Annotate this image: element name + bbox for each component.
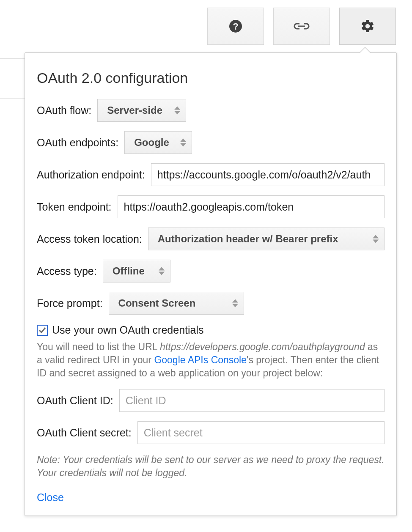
link-icon xyxy=(292,21,311,31)
svg-text:?: ? xyxy=(233,21,239,32)
client-id-row: OAuth Client ID: xyxy=(37,389,385,412)
divider xyxy=(0,98,25,99)
select-value: Consent Screen xyxy=(118,297,196,309)
token-endpoint-input[interactable] xyxy=(118,195,385,218)
use-own-credentials-row: Use your own OAuth credentials xyxy=(37,324,385,336)
token-endpoint-row: Token endpoint: xyxy=(37,195,385,218)
google-apis-console-link[interactable]: Google APIs Console xyxy=(154,354,247,365)
oauth-flow-select[interactable]: Server-side xyxy=(97,99,186,122)
divider xyxy=(0,58,25,59)
oauth-config-panel: OAuth 2.0 configuration OAuth flow: Serv… xyxy=(25,52,397,516)
access-type-select[interactable]: Offline xyxy=(103,260,170,282)
credentials-help-text: You will need to list the URL https://de… xyxy=(37,340,385,380)
select-value: Authorization header w/ Bearer prefix xyxy=(158,233,338,245)
help-button[interactable]: ? xyxy=(207,8,264,45)
authorization-endpoint-input[interactable] xyxy=(151,163,385,186)
client-secret-input[interactable] xyxy=(137,421,385,444)
force-prompt-select[interactable]: Consent Screen xyxy=(109,292,244,315)
access-token-location-row: Access token location: Authorization hea… xyxy=(37,228,385,250)
use-own-credentials-checkbox[interactable] xyxy=(37,325,48,336)
force-prompt-row: Force prompt: Consent Screen xyxy=(37,292,385,315)
access-type-label: Access type: xyxy=(37,265,97,277)
close-link[interactable]: Close xyxy=(37,491,64,504)
token-endpoint-label: Token endpoint: xyxy=(37,201,112,213)
panel-title: OAuth 2.0 configuration xyxy=(37,70,385,86)
link-button[interactable] xyxy=(273,8,330,45)
credentials-note: Note: Your credentials will be sent to o… xyxy=(37,453,385,480)
authorization-endpoint-label: Authorization endpoint: xyxy=(37,169,145,181)
access-token-location-select[interactable]: Authorization header w/ Bearer prefix xyxy=(148,228,385,250)
chevron-up-down-icon xyxy=(232,299,239,307)
help-icon: ? xyxy=(228,19,243,34)
select-value: Google xyxy=(134,137,169,148)
toolbar: ? xyxy=(207,8,396,45)
chevron-up-down-icon xyxy=(174,107,181,115)
select-value: Offline xyxy=(113,265,145,277)
chevron-up-down-icon xyxy=(180,139,187,147)
oauth-endpoints-row: OAuth endpoints: Google xyxy=(37,131,385,154)
client-id-input[interactable] xyxy=(119,389,385,412)
oauth-flow-row: OAuth flow: Server-side xyxy=(37,99,385,122)
select-value: Server-side xyxy=(107,104,162,116)
authorization-endpoint-row: Authorization endpoint: xyxy=(37,163,385,186)
force-prompt-label: Force prompt: xyxy=(37,297,103,310)
chevron-up-down-icon xyxy=(372,235,379,243)
client-secret-row: OAuth Client secret: xyxy=(37,421,385,444)
oauth-flow-label: OAuth flow: xyxy=(37,104,91,117)
access-token-location-label: Access token location: xyxy=(37,233,142,245)
client-id-label: OAuth Client ID: xyxy=(37,395,113,407)
access-type-row: Access type: Offline xyxy=(37,260,385,282)
oauth-endpoints-select[interactable]: Google xyxy=(124,131,192,154)
oauth-endpoints-label: OAuth endpoints: xyxy=(37,137,118,149)
gear-icon xyxy=(360,19,375,34)
client-secret-label: OAuth Client secret: xyxy=(37,427,132,439)
chevron-up-down-icon xyxy=(158,267,165,275)
use-own-credentials-label: Use your own OAuth credentials xyxy=(52,324,204,336)
settings-button[interactable] xyxy=(339,8,396,45)
